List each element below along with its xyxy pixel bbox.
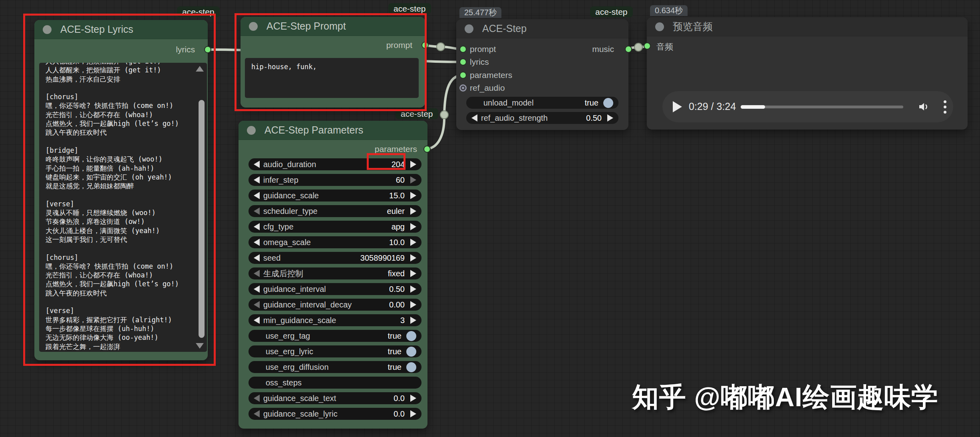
node-ace-step-lyrics[interactable]: ACE-Step Lyrics lyrics 人人都醒来，把烦恼踹开 (get … xyxy=(34,20,208,360)
param-row-use_erg_lyric[interactable]: use_erg_lyrictrue xyxy=(248,345,421,357)
collapse-dot-icon[interactable] xyxy=(465,24,473,33)
scroll-up-icon[interactable] xyxy=(196,66,204,72)
input-port-lyrics[interactable] xyxy=(459,58,467,66)
kebab-menu-icon[interactable] xyxy=(944,100,946,114)
decrement-arrow-icon[interactable] xyxy=(471,114,477,122)
toggle-knob[interactable] xyxy=(406,362,416,372)
node-header[interactable]: ACE-Step Lyrics xyxy=(34,20,208,39)
param-row-audio_duration[interactable]: audio_duration204 xyxy=(248,158,421,170)
output-port-parameters[interactable] xyxy=(423,146,431,153)
increment-arrow-icon[interactable] xyxy=(410,176,416,184)
decrement-arrow-icon[interactable] xyxy=(254,223,260,230)
param-label: guidance_interval xyxy=(263,285,326,294)
decrement-arrow-icon[interactable] xyxy=(254,395,260,402)
increment-arrow-icon[interactable] xyxy=(410,223,416,230)
param-row-guidance_interval_decay[interactable]: guidance_interval_decay0.00 xyxy=(248,299,421,311)
param-label: audio_duration xyxy=(263,160,316,169)
param-row-guidance_scale[interactable]: guidance_scale15.0 xyxy=(248,190,421,202)
lyrics-line: 灵魂从不睡，只想继续燃烧 (woo!) xyxy=(46,208,195,217)
lyrics-line: [bridge] xyxy=(46,146,195,155)
output-port-prompt[interactable] xyxy=(421,42,429,49)
decrement-arrow-icon[interactable] xyxy=(254,285,260,293)
increment-arrow-icon[interactable] xyxy=(410,285,416,293)
param-row-min_guidance_scale[interactable]: min_guidance_scale3 xyxy=(248,314,421,326)
prompt-textarea[interactable]: hip-house, funk, xyxy=(245,58,419,98)
param-row-guidance_scale_lyric[interactable]: guidance_scale_lyric0.0 xyxy=(248,408,421,420)
increment-arrow-icon[interactable] xyxy=(410,208,416,215)
param-row-seed[interactable]: seed3058990169 xyxy=(248,252,421,264)
scrollbar-thumb[interactable] xyxy=(199,100,205,338)
node-ace-step-parameters[interactable]: ACE-Step Parameters parameters audio_dur… xyxy=(239,121,427,429)
param-label: oss_steps xyxy=(266,378,302,387)
param-row-use_erg_diffusion[interactable]: use_erg_diffusiontrue xyxy=(248,361,421,373)
param-row-scheduler_type[interactable]: scheduler_typeeuler xyxy=(248,205,421,217)
collapse-dot-icon[interactable] xyxy=(249,22,258,31)
collapse-dot-icon[interactable] xyxy=(247,126,256,135)
widget-unload-model[interactable]: unload_model true xyxy=(466,97,618,109)
lyrics-line: 每一步都像星球在摇摆 (uh-huh!) xyxy=(46,324,195,333)
increment-arrow-icon[interactable] xyxy=(410,317,416,324)
decrement-arrow-icon[interactable] xyxy=(254,192,260,199)
param-row-oss_steps[interactable]: oss_steps xyxy=(248,377,421,389)
param-value: euler xyxy=(387,207,405,216)
input-port-ref_audio[interactable] xyxy=(459,84,467,92)
decrement-arrow-icon[interactable] xyxy=(254,239,260,246)
play-icon[interactable] xyxy=(673,101,682,112)
decrement-arrow-icon[interactable] xyxy=(254,410,260,417)
collapse-dot-icon[interactable] xyxy=(43,25,52,34)
decrement-arrow-icon[interactable] xyxy=(254,208,260,215)
decrement-arrow-icon[interactable] xyxy=(254,270,260,277)
increment-arrow-icon[interactable] xyxy=(410,239,416,246)
progress-fill xyxy=(741,105,765,109)
widget-ref-audio-strength[interactable]: ref_audio_strength 0.50 xyxy=(466,112,618,124)
increment-arrow-icon[interactable] xyxy=(607,114,613,122)
seek-bar[interactable] xyxy=(741,106,903,108)
toggle-knob[interactable] xyxy=(406,331,416,341)
scroll-down-icon[interactable] xyxy=(196,343,204,349)
node-header[interactable]: ACE-Step xyxy=(456,19,628,38)
param-row-use_erg_tag[interactable]: use_erg_tagtrue xyxy=(248,330,421,342)
param-row-omega_scale[interactable]: omega_scale10.0 xyxy=(248,236,421,248)
lyrics-line: 节奏像热浪，席卷这街道 (ow!) xyxy=(46,217,195,226)
param-value: 10.0 xyxy=(389,238,405,247)
collapse-dot-icon[interactable] xyxy=(655,22,664,31)
decrement-arrow-icon[interactable] xyxy=(254,161,260,168)
param-label: min_guidance_scale xyxy=(263,316,336,325)
lyrics-line: 嘿，你还等啥? 快抓住节拍 (come on!) xyxy=(46,101,195,110)
increment-arrow-icon[interactable] xyxy=(410,410,416,417)
input-port-audio[interactable] xyxy=(644,42,651,50)
node-header[interactable]: 预览音频 xyxy=(647,17,968,36)
node-header[interactable]: ACE-Step Prompt xyxy=(241,17,425,36)
output-port-music[interactable] xyxy=(625,46,632,53)
lyrics-line: 嘿，你还等啥? 快抓住节拍 (come on!) xyxy=(46,262,195,271)
param-row-guidance_scale_text[interactable]: guidance_scale_text0.0 xyxy=(248,392,421,404)
decrement-arrow-icon[interactable] xyxy=(254,176,260,184)
node-header[interactable]: ACE-Step Parameters xyxy=(239,121,427,140)
lyrics-textarea[interactable]: 人人都醒来，把烦恼踹开 (get it!)人人都醒来，把烦恼踹开 (get it… xyxy=(39,63,207,352)
param-row-生成后控制[interactable]: 生成后控制fixed xyxy=(248,267,421,279)
node-ace-step-prompt[interactable]: ACE-Step Prompt prompt hip-house, funk, xyxy=(241,17,425,108)
increment-arrow-icon[interactable] xyxy=(410,161,416,168)
decrement-arrow-icon[interactable] xyxy=(254,301,260,308)
toggle-knob[interactable] xyxy=(603,98,613,108)
output-label-music: music xyxy=(592,44,614,54)
increment-arrow-icon[interactable] xyxy=(410,192,416,199)
increment-arrow-icon[interactable] xyxy=(410,270,416,277)
param-row-guidance_interval[interactable]: guidance_interval0.50 xyxy=(248,283,421,295)
decrement-arrow-icon[interactable] xyxy=(254,317,260,324)
input-port-parameters[interactable] xyxy=(459,72,467,79)
increment-arrow-icon[interactable] xyxy=(410,395,416,402)
param-row-infer_step[interactable]: infer_step60 xyxy=(248,174,421,186)
input-label-ref_audio: ref_audio xyxy=(470,83,505,93)
decrement-arrow-icon[interactable] xyxy=(254,254,260,261)
output-port-lyrics[interactable] xyxy=(204,46,211,53)
input-port-prompt[interactable] xyxy=(459,46,467,53)
increment-arrow-icon[interactable] xyxy=(410,254,416,261)
lyrics-line: 这一刻属于我们，无可替代 xyxy=(46,235,195,244)
node-ace-step[interactable]: ACE-Step promptlyricsparametersref_audio… xyxy=(456,19,628,130)
param-row-cfg_type[interactable]: cfg_typeapg xyxy=(248,221,421,233)
volume-icon[interactable] xyxy=(917,100,931,113)
increment-arrow-icon[interactable] xyxy=(410,301,416,308)
node-preview-audio[interactable]: 预览音频 音频 0:29 / 3:24 xyxy=(647,17,968,130)
toggle-knob[interactable] xyxy=(406,347,416,357)
